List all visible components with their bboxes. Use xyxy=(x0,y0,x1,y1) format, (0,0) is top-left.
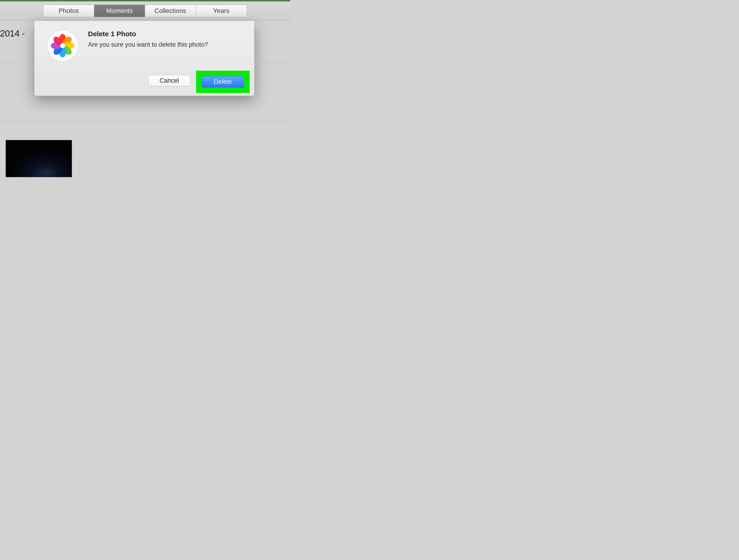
dialog-title: Delete 1 Photo xyxy=(88,30,246,38)
tab-moments[interactable]: Moments xyxy=(94,5,145,17)
photos-flower-icon xyxy=(50,33,75,58)
tab-photos[interactable]: Photos xyxy=(43,5,94,17)
photos-content: 2014 - xyxy=(0,21,290,220)
dialog-body: Delete 1 Photo Are you sure you want to … xyxy=(43,29,246,61)
cancel-button[interactable]: Cancel xyxy=(148,75,190,86)
photo-thumbnail[interactable] xyxy=(6,140,72,177)
svg-point-8 xyxy=(60,43,65,48)
tab-years[interactable]: Years xyxy=(196,5,247,17)
dialog-message: Are you sure you want to delete this pho… xyxy=(88,41,246,48)
delete-button[interactable]: Delete xyxy=(201,76,244,87)
dialog-button-row: Cancel Delete xyxy=(43,71,246,91)
view-tabs-segmented: Photos Moments Collections Years xyxy=(43,5,247,17)
row-divider xyxy=(0,120,290,120)
tab-collections[interactable]: Collections xyxy=(145,5,196,17)
view-tabs-toolbar: Photos Moments Collections Years xyxy=(0,1,290,21)
moment-year-label: 2014 - xyxy=(0,29,25,38)
instruction-highlight: Delete xyxy=(196,71,250,93)
dialog-text: Delete 1 Photo Are you sure you want to … xyxy=(88,29,246,48)
photos-app-icon xyxy=(47,30,78,61)
delete-photo-dialog: Delete 1 Photo Are you sure you want to … xyxy=(34,21,255,96)
